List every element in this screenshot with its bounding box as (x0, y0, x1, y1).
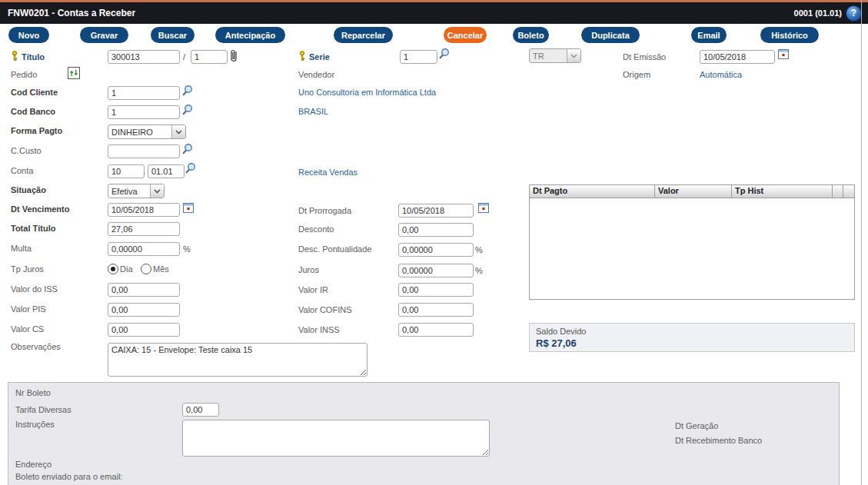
email-button[interactable]: Email (691, 27, 727, 43)
tp-juros-dia-label: Dia (120, 264, 133, 274)
desconto-input[interactable] (398, 223, 474, 237)
chevron-down-icon (171, 125, 185, 138)
column-header-tp-hist[interactable]: Tp Hist (732, 185, 833, 198)
multa-percent-suffix: % (183, 244, 191, 254)
tipo-select: TR (529, 48, 581, 63)
pedido-label: Pedido (11, 70, 37, 79)
dt-prorrogada-calendar-icon[interactable] (478, 202, 489, 213)
valor-iss-input[interactable] (108, 283, 180, 297)
cod-banco-search-icon[interactable] (181, 104, 194, 116)
situacao-value: Efetiva (108, 187, 150, 196)
c-custo-search-icon[interactable] (181, 143, 194, 155)
boleto-button[interactable]: Boleto (513, 27, 549, 43)
dt-geracao-label: Dt Geração (675, 421, 718, 430)
dt-prorrogada-input[interactable] (398, 204, 474, 218)
dt-vencimento-input[interactable] (108, 203, 180, 217)
novo-button[interactable]: Novo (8, 27, 49, 43)
column-header-extra-1 (833, 185, 843, 198)
tp-juros-dia-radio[interactable] (108, 264, 118, 274)
chevron-down-icon (150, 184, 164, 198)
forma-pagto-select[interactable]: DINHEIRO (108, 125, 186, 139)
cod-cliente-input[interactable] (108, 86, 180, 100)
tarifa-diversas-label: Tarifa Diversas (15, 405, 72, 414)
tp-juros-label: Tp Juros (11, 264, 44, 274)
contas-a-receber-window: FNW0201 - Contas a Receber 0001 (01.01) … (0, 0, 868, 485)
forma-pagto-label: Forma Pagto (11, 126, 62, 135)
forma-pagto-value: DINHEIRO (108, 128, 171, 137)
help-icon[interactable]: ? (846, 5, 862, 22)
valor-cs-input[interactable] (108, 323, 180, 337)
dt-vencimento-calendar-icon[interactable] (183, 202, 194, 213)
valor-iss-label: Valor do ISS (11, 284, 58, 294)
buscar-button[interactable]: Buscar (151, 27, 195, 43)
page-title: FNW0201 - Contas a Receber (8, 8, 135, 18)
situacao-select[interactable]: Efetiva (108, 184, 165, 198)
antecipacao-button[interactable]: Antecipação (215, 27, 285, 43)
key-icon (298, 51, 306, 61)
desc-pontualidade-input[interactable] (398, 243, 474, 257)
juros-percent-suffix: % (475, 266, 483, 275)
valor-pis-label: Valor PIS (11, 304, 46, 314)
column-header-valor[interactable]: Valor (655, 185, 732, 198)
cod-banco-input[interactable] (108, 105, 180, 119)
saldo-devido-value: R$ 27,06 (536, 337, 848, 349)
reparcelar-button[interactable]: Reparcelar (334, 27, 393, 43)
conta-input-1[interactable] (108, 164, 145, 178)
tarifa-diversas-input[interactable] (182, 403, 219, 417)
serie-search-icon[interactable] (438, 48, 451, 60)
duplicata-button[interactable]: Duplicata (581, 27, 640, 43)
valor-cs-label: Valor CS (11, 324, 44, 334)
desconto-label: Desconto (298, 224, 334, 234)
cod-cliente-label: Cod Cliente (11, 88, 58, 97)
cod-banco-label: Cod Banco (11, 107, 55, 116)
observacoes-label: Observações (11, 342, 61, 351)
tp-juros-mes-radio[interactable] (141, 264, 151, 274)
endereco-label: Endereço (15, 460, 52, 469)
origem-label: Origem (623, 70, 650, 79)
saldo-devido-box: Saldo Devido R$ 27,06 (529, 323, 855, 352)
dt-prorrogada-label: Dt Prorrogada (298, 206, 351, 215)
column-header-dt-pagto[interactable]: Dt Pagto (530, 185, 655, 198)
payments-table-header: Dt Pagto Valor Tp Hist (530, 185, 854, 198)
chevron-down-icon (567, 49, 580, 62)
column-header-extra-2 (843, 185, 854, 198)
observacoes-textarea[interactable]: CAIXA: 15 - Envelope: Teste caixa 15 (108, 343, 367, 377)
serie-input[interactable] (400, 50, 437, 64)
conta-separator: . (143, 167, 145, 176)
titulo-separator: / (183, 52, 185, 61)
multa-input[interactable] (108, 242, 180, 256)
paperclip-icon[interactable] (229, 48, 239, 63)
tp-juros-mes-label: Mês (153, 264, 169, 274)
cod-cliente-search-icon[interactable] (181, 85, 194, 97)
valor-ir-input[interactable] (398, 283, 474, 297)
nr-boleto-label: Nr Boleto (15, 388, 51, 397)
valor-cofins-input[interactable] (398, 303, 474, 317)
dt-emissao-calendar-icon[interactable] (778, 48, 789, 59)
dt-emissao-input[interactable] (700, 50, 775, 64)
version-label: 0001 (01.01) (794, 8, 842, 18)
payments-table[interactable]: Dt Pagto Valor Tp Hist (529, 184, 855, 300)
juros-input[interactable] (398, 264, 474, 277)
instrucoes-label: Instruções (15, 420, 55, 429)
parcela-input[interactable] (191, 50, 228, 64)
valor-inss-input[interactable] (398, 323, 474, 337)
total-titulo-input[interactable] (108, 222, 180, 236)
page-right-border (861, 0, 862, 485)
c-custo-input[interactable] (108, 145, 180, 158)
cancelar-button[interactable]: Cancelar (444, 27, 487, 43)
titulo-label: Título (22, 52, 45, 61)
titulo-input[interactable] (108, 50, 180, 64)
tipo-value: TR (530, 51, 567, 61)
multa-label: Multa (11, 244, 32, 253)
situacao-label: Situação (11, 185, 46, 194)
conta-search-icon[interactable] (185, 162, 197, 174)
valor-pis-input[interactable] (108, 303, 180, 317)
juros-label: Juros (298, 265, 319, 274)
conta-input-2[interactable] (148, 164, 185, 178)
historico-button[interactable]: Histórico (760, 27, 819, 43)
valor-inss-label: Valor INSS (298, 325, 340, 334)
instrucoes-textarea[interactable] (182, 420, 490, 457)
pedido-sync-icon[interactable] (68, 67, 80, 79)
origem-value: Automática (700, 70, 742, 79)
gravar-button[interactable]: Gravar (80, 27, 128, 43)
